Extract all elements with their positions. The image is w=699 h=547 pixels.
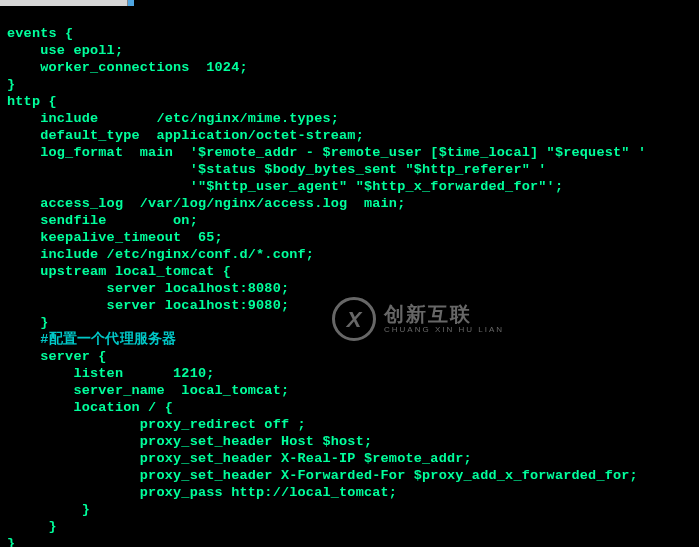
code-line: listen 1210;	[7, 366, 215, 381]
code-line: }	[7, 519, 57, 534]
code-line: include /etc/nginx/mime.types;	[7, 111, 339, 126]
code-line: server localhost:9080;	[7, 298, 289, 313]
code-line: sendfile on;	[7, 213, 198, 228]
code-line: }	[7, 77, 15, 92]
code-line: '"$http_user_agent" "$http_x_forwarded_f…	[7, 179, 563, 194]
code-line: server_name local_tomcat;	[7, 383, 289, 398]
code-line: worker_connections 1024;	[7, 60, 248, 75]
code-line: }	[7, 502, 90, 517]
code-line: log_format main '$remote_addr - $remote_…	[7, 145, 646, 160]
code-line: keepalive_timeout 65;	[7, 230, 223, 245]
scrollbar-handle[interactable]	[128, 0, 134, 6]
editor-tab-bar	[0, 0, 699, 6]
code-line: server {	[7, 349, 107, 364]
code-line: server localhost:8080;	[7, 281, 289, 296]
code-line: events {	[7, 26, 73, 41]
code-line: upstream local_tomcat {	[7, 264, 231, 279]
code-line-comment: #配置一个代理服务器	[7, 332, 176, 347]
code-line: proxy_redirect off ;	[7, 417, 306, 432]
code-line: use epoll;	[7, 43, 123, 58]
code-line: }	[7, 315, 49, 330]
code-line: '$status $body_bytes_sent "$http_referer…	[7, 162, 547, 177]
code-line: proxy_pass http://local_tomcat;	[7, 485, 397, 500]
code-line: proxy_set_header X-Real-IP $remote_addr;	[7, 451, 472, 466]
code-line: include /etc/nginx/conf.d/*.conf;	[7, 247, 314, 262]
code-line: proxy_set_header Host $host;	[7, 434, 372, 449]
code-editor[interactable]: events { use epoll; worker_connections 1…	[7, 8, 646, 547]
code-line: access_log /var/log/nginx/access.log mai…	[7, 196, 405, 211]
code-line: }	[7, 536, 15, 547]
code-line: proxy_set_header X-Forwarded-For $proxy_…	[7, 468, 638, 483]
code-line: location / {	[7, 400, 173, 415]
code-line: default_type application/octet-stream;	[7, 128, 364, 143]
editor-tab[interactable]	[0, 0, 128, 6]
code-line: http {	[7, 94, 57, 109]
